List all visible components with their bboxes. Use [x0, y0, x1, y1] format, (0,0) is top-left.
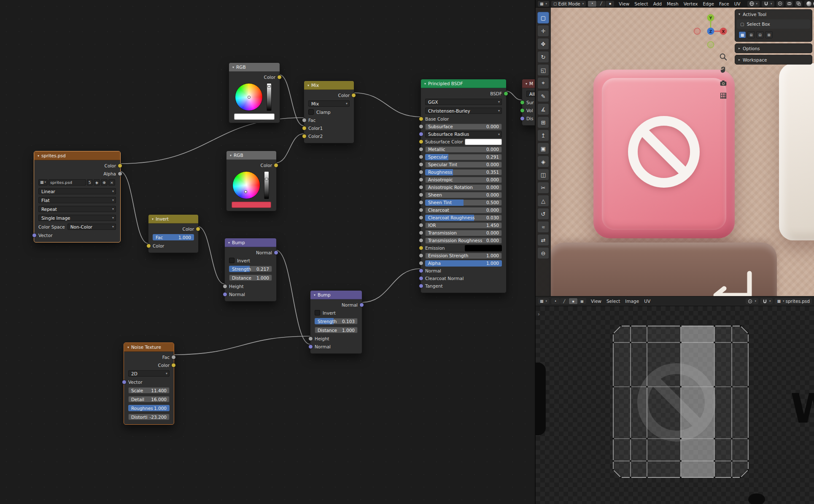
uv-selected-faces[interactable] [681, 326, 714, 477]
output-socket[interactable] [171, 355, 176, 359]
tool-shrink-fatten[interactable]: ⊖ [537, 247, 549, 259]
output-socket[interactable] [351, 93, 356, 97]
keycap-white[interactable] [779, 63, 814, 240]
uv-vertex-select[interactable]: • [551, 298, 560, 304]
input-socket[interactable] [308, 336, 313, 341]
value-slider[interactable]: Scale 11.400 [128, 387, 170, 393]
color-wheel[interactable] [232, 171, 260, 199]
image-selector[interactable]: ▦▾ sprites.psd [775, 298, 812, 304]
shader-param-row[interactable]: Transmission Roughness Transmission Roug… [421, 237, 506, 244]
node-rgb-top[interactable]: ▾ RGB Color [229, 62, 280, 123]
input-socket[interactable] [520, 108, 525, 113]
tool-extrude[interactable]: ↥ [537, 129, 549, 141]
node-principled-bsdf[interactable]: ▾ Principled BSDF BSDF GGX Christensen-B… [420, 79, 507, 293]
menu-item[interactable]: Select [632, 1, 650, 6]
input-socket[interactable] [419, 269, 423, 273]
vertex-select-mode[interactable]: • [588, 1, 596, 7]
value-slider[interactable]: Distorti -23.200 [128, 414, 170, 420]
tool-smooth[interactable]: ≈ [537, 221, 549, 233]
select-mode-difference[interactable]: ⊠ [765, 31, 773, 38]
color-value-field[interactable] [232, 202, 271, 208]
node-rgb-bottom[interactable]: ▾ RGB Color [226, 151, 277, 211]
node-bump-upper[interactable]: ▾ Bump Normal Invert [224, 238, 277, 302]
output-socket[interactable] [118, 171, 122, 176]
color-swatch[interactable] [465, 139, 502, 145]
interpolation-dropdown[interactable]: Linear [38, 188, 116, 194]
shading-wireframe-button[interactable] [806, 1, 811, 6]
mode-select-dropdown[interactable]: ▢Edit Mode▾ [551, 1, 586, 7]
input-socket[interactable] [419, 124, 423, 129]
param-slider[interactable]: Specular Tint 0.000 [425, 162, 502, 168]
input-socket[interactable] [419, 200, 423, 205]
color-space-dropdown[interactable]: Non-Color [67, 224, 116, 230]
snap-dropdown[interactable]: ▾ [762, 1, 774, 7]
param-slider[interactable]: Subsurface Radius [425, 131, 502, 137]
output-socket[interactable] [196, 226, 200, 231]
uv-island-select[interactable]: ▦ [578, 298, 586, 304]
shader-param-row[interactable]: Clearcoat Roughness Clearcoat Roughness … [421, 214, 506, 221]
param-slider[interactable]: IOR 1.450 [425, 222, 502, 229]
node-bump-lower[interactable]: ▾ Bump Normal Invert [310, 290, 362, 354]
source-dropdown[interactable]: Single Image [38, 215, 116, 221]
tool-measure[interactable]: ∡ [537, 103, 549, 115]
shader-param-row[interactable]: Subsurface Radius Subsurface Radius [421, 130, 506, 138]
input-socket[interactable] [419, 147, 423, 152]
uv-edge-select[interactable]: ╱ [560, 298, 569, 304]
output-socket[interactable] [504, 91, 508, 96]
input-socket[interactable] [419, 246, 423, 251]
select-mode-extend[interactable]: ⊞ [747, 31, 755, 38]
menu-item[interactable]: Edge [700, 1, 716, 6]
invert-checkbox[interactable] [229, 258, 234, 263]
input-socket[interactable] [419, 162, 423, 167]
output-socket[interactable] [274, 163, 278, 167]
tool-move[interactable]: ✥ [537, 38, 549, 50]
tool-bevel[interactable]: ◈ [537, 156, 549, 167]
input-socket[interactable] [419, 117, 423, 121]
shader-param-row[interactable]: Roughness Roughness 0.351 [421, 168, 506, 176]
viewport-3d[interactable]: ▦▾ ▢Edit Mode▾ • ╱ ▪ ViewSelectAddMeshVe… [535, 0, 814, 296]
shader-param-row[interactable]: Anisotropic Rotation Anisotropic Rotatio… [421, 183, 506, 191]
vector-input-socket[interactable] [122, 380, 127, 384]
param-slider[interactable]: Subsurface 0.000 [425, 124, 502, 130]
pan-hand-button[interactable] [718, 64, 729, 75]
dimensions-dropdown[interactable]: 2D [128, 370, 170, 377]
grid-toggle-button[interactable] [718, 90, 729, 101]
gizmo-axis-y-neg[interactable] [708, 42, 714, 48]
input-socket[interactable] [520, 100, 525, 105]
input-socket[interactable] [302, 134, 307, 138]
keycap-brown[interactable] [549, 243, 777, 296]
image-users-button[interactable]: 5 [87, 179, 93, 186]
shader-param-row[interactable]: Emission Emission [421, 244, 506, 252]
unlink-image-button[interactable]: × [108, 179, 115, 186]
input-socket[interactable] [419, 155, 423, 159]
fac-slider[interactable]: Fac 1.000 [153, 234, 194, 240]
param-slider[interactable]: Clearcoat 0.000 [425, 207, 502, 213]
menu-item[interactable]: Image [623, 299, 641, 304]
edge-select-mode[interactable]: ╱ [597, 1, 605, 7]
face-select-mode[interactable]: ▪ [606, 1, 614, 7]
output-socket[interactable] [359, 302, 364, 307]
param-slider[interactable]: Specular 0.291 [425, 154, 502, 160]
input-socket[interactable] [419, 132, 423, 137]
node-material-output[interactable]: ▾ M All Sur Vol [522, 79, 535, 126]
invert-checkbox[interactable] [315, 310, 320, 315]
tool-knife[interactable]: ✂ [537, 182, 549, 194]
shader-param-row[interactable]: Subsurface Color Subsurface Color [421, 138, 506, 146]
gizmo-axis-x-neg[interactable] [694, 28, 701, 35]
shader-param-row[interactable]: Base Color Base Color [421, 115, 506, 123]
input-socket[interactable] [308, 344, 313, 349]
input-socket[interactable] [419, 231, 423, 235]
tool-select-box[interactable]: ▢ [537, 12, 549, 24]
input-socket[interactable] [419, 223, 423, 228]
tool-loop-cut[interactable]: ◫ [537, 169, 549, 181]
shader-param-row[interactable]: Specular Specular 0.291 [421, 153, 506, 161]
shader-param-row[interactable]: Metallic Metallic 0.000 [421, 146, 506, 153]
tool-rotate[interactable]: ↻ [537, 51, 549, 63]
color-value-field[interactable] [234, 113, 275, 120]
tool-inset[interactable]: ▣ [537, 143, 549, 154]
extension-dropdown[interactable]: Repeat [38, 206, 116, 212]
shader-param-row[interactable]: Sheen Sheen 0.000 [421, 191, 506, 199]
active-tool-item[interactable]: ▢ Select Box [737, 19, 810, 29]
output-socket[interactable] [277, 75, 282, 79]
value-slider[interactable] [267, 83, 272, 111]
